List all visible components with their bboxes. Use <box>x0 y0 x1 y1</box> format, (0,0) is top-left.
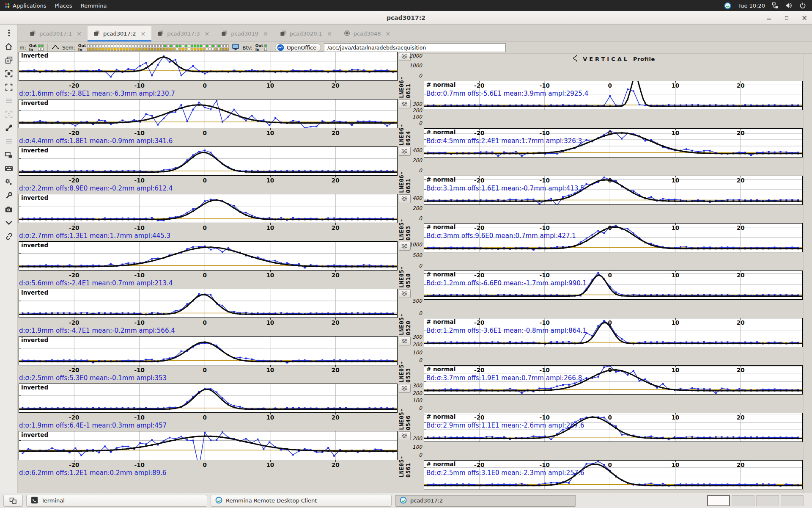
close-tab-icon[interactable]: ✕ <box>386 30 391 37</box>
volume-icon[interactable] <box>785 2 793 9</box>
disconnect-icon[interactable] <box>4 231 14 241</box>
taskbar-window-2[interactable]: Remmina Remote Desktop Client <box>211 495 392 507</box>
btv-checkbox-strip[interactable] <box>264 44 267 51</box>
places-menu[interactable]: Places <box>50 0 76 11</box>
status-checkbox <box>38 44 41 47</box>
collapse-toolbar-icon[interactable] <box>4 218 14 228</box>
taskbar-window-3[interactable]: pcad3017:2 <box>395 495 576 507</box>
power-icon[interactable] <box>799 2 806 9</box>
resize-remote-icon[interactable] <box>4 123 14 133</box>
m-checkbox-strip[interactable] <box>38 44 44 51</box>
tab-label: pcad3017:1 <box>39 30 72 37</box>
workspace-1[interactable] <box>707 495 730 506</box>
close-tab-icon[interactable]: ✕ <box>77 30 82 37</box>
x-tick-label: -20 <box>474 414 484 421</box>
checkbox-row <box>264 48 267 51</box>
status-checkbox <box>191 44 193 47</box>
connection-tabbar: pcad3017:1✕pcad3017:2✕pcad3017:3✕pcad301… <box>18 25 812 42</box>
menu-alt-icon[interactable] <box>4 136 14 146</box>
wire-scanner-button[interactable] <box>399 289 411 298</box>
openoffice-icon <box>277 44 284 51</box>
close-tab-icon[interactable]: ✕ <box>205 30 210 37</box>
status-checkbox <box>220 48 223 51</box>
applications-menu[interactable]: Applications <box>0 0 50 11</box>
tab-pcad3048[interactable]: pcad3048✕ <box>338 26 396 41</box>
tab-pcad3019[interactable]: pcad3019✕ <box>215 26 274 41</box>
status-checkbox <box>129 44 131 47</box>
close-tab-icon[interactable]: ✕ <box>263 30 268 37</box>
minimize-button[interactable] <box>765 14 772 21</box>
close-button[interactable]: × <box>801 14 808 21</box>
x-tick-label: -20 <box>69 224 79 231</box>
status-checkbox <box>93 48 96 51</box>
workspace-4[interactable] <box>781 495 804 506</box>
wire-scanner-button[interactable] <box>399 147 411 156</box>
status-checkbox <box>123 48 125 51</box>
remmina-menu[interactable]: Remmina <box>77 0 111 11</box>
new-connection-icon[interactable] <box>4 55 14 65</box>
maximize-button[interactable] <box>783 14 790 21</box>
x-tick-label: 0 <box>203 272 207 279</box>
grip-icon[interactable] <box>4 28 14 38</box>
wire-scanner-button[interactable] <box>399 194 411 203</box>
in-label: In <box>29 48 37 52</box>
preferences-icon[interactable] <box>4 177 14 187</box>
taskbar-window-1[interactable]: Terminal <box>26 495 207 507</box>
path-field[interactable]: /acc/java/data/lna/adebds/acquisition <box>324 43 506 52</box>
h-plot-canvas <box>19 99 398 128</box>
wire-scanner-button[interactable] <box>399 431 411 440</box>
profile-row: inverted-20-1001020d:σ:2.2mm offs:8.9E0 … <box>18 146 812 194</box>
m-out-in-group[interactable]: Out In <box>29 44 44 52</box>
btv-out-in-group[interactable]: Out In <box>255 44 267 52</box>
home-icon[interactable] <box>4 41 14 52</box>
status-checkbox <box>208 48 211 51</box>
plot-mode-label: inverted <box>21 384 48 391</box>
fit-window-icon[interactable] <box>4 69 14 79</box>
profile-row: inverted-20-1001020d:σ:1.9mm offs:-4.7E1… <box>18 289 812 336</box>
x-tick-label: -10 <box>540 414 550 421</box>
y-tick-label: 1000 <box>409 63 422 69</box>
wire-scanner-button[interactable] <box>399 384 411 393</box>
screenshot-icon[interactable] <box>4 204 14 214</box>
x-tick-label: 20 <box>737 319 745 326</box>
clock[interactable]: Tue 10:20 <box>738 3 765 9</box>
v-fit-stats: Bd:σ:2.5mm offs:3.1E0 mean:-2.3mm ampl:2… <box>426 469 584 478</box>
x-tick-label: 20 <box>332 82 340 89</box>
multi-monitor-icon[interactable] <box>4 150 14 160</box>
scaled-mode-icon[interactable] <box>4 109 14 119</box>
tab-pcad3017:1[interactable]: pcad3017:1✕ <box>24 26 88 41</box>
btv-monitor-icon <box>232 44 239 52</box>
close-tab-icon[interactable]: ✕ <box>327 30 332 37</box>
show-windows-button[interactable] <box>3 495 23 507</box>
tab-pcad3017:3[interactable]: pcad3017:3✕ <box>151 26 215 41</box>
menu-icon[interactable] <box>4 96 14 106</box>
tab-pcad3020:1[interactable]: pcad3020:1✕ <box>274 26 338 41</box>
wire-scanner-button[interactable] <box>399 337 411 345</box>
v-y-axis: 200010000 <box>411 52 424 81</box>
h-plot-canvas <box>19 241 398 271</box>
y-tick-label: 1000 <box>409 242 422 248</box>
close-tab-icon[interactable]: ✕ <box>140 30 145 37</box>
sem-checkbox-strip[interactable] <box>87 44 229 51</box>
v-fit-stats: Bd:σ:2.9mm offs:1.1E1 mean:-2.6mm ampl:2… <box>426 422 584 431</box>
workspace-3[interactable] <box>756 495 779 506</box>
network-icon[interactable] <box>772 2 779 9</box>
v-y-axis: 4002000 <box>411 194 424 223</box>
tab-pcad3017:2[interactable]: pcad3017:2✕ <box>88 26 151 41</box>
keyboard-grab-icon[interactable] <box>4 163 14 174</box>
h-fit-stats: d:σ:5.6mm offs:-2.4E1 mean:0.7mm ampl:21… <box>19 279 173 289</box>
window-icon <box>221 30 228 38</box>
x-tick-label: 0 <box>608 224 612 231</box>
x-tick-label: 20 <box>332 272 340 279</box>
wire-scanner-button[interactable] <box>399 99 411 108</box>
openoffice-button[interactable]: OpenOffice <box>275 43 321 52</box>
remmina-tray-icon[interactable] <box>724 2 731 9</box>
h-plot-canvas <box>19 336 398 365</box>
status-checkbox <box>191 48 193 51</box>
sem-out-in-group[interactable]: Out In <box>78 44 229 52</box>
y-tick-label: 0 <box>419 263 422 269</box>
tools-icon[interactable] <box>4 190 14 201</box>
horizontal-profile-plot: inverted <box>19 146 398 176</box>
workspace-2[interactable] <box>732 495 754 506</box>
fullscreen-icon[interactable] <box>4 82 14 92</box>
